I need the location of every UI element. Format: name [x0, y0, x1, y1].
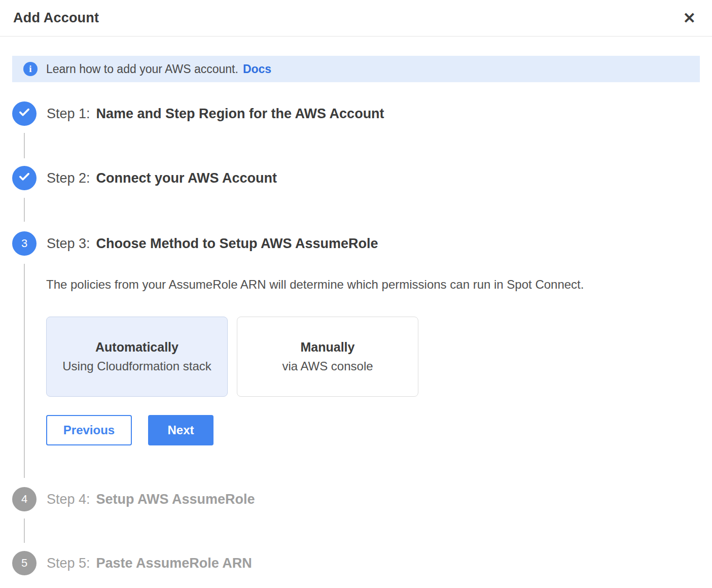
step-prefix: Step 1:	[47, 106, 90, 121]
step-5-circle: 5	[12, 551, 37, 575]
docs-link[interactable]: Docs	[243, 62, 271, 76]
step-number: 3	[21, 237, 27, 250]
step-2-circle	[12, 166, 37, 190]
step-prefix: Step 3:	[47, 236, 90, 251]
step-3-circle: 3	[12, 231, 37, 256]
modal-header: Add Account ✕	[0, 0, 712, 37]
step-prefix: Step 4:	[47, 492, 90, 507]
page-title: Add Account	[13, 10, 99, 26]
step-5-row[interactable]: 5 Step 5:Paste AssumeRole ARN	[12, 551, 700, 575]
step-number: 4	[21, 493, 27, 506]
step-title: Connect your AWS Account	[96, 170, 277, 186]
step-title: Name and Step Region for the AWS Account	[96, 106, 384, 121]
step-connector	[24, 518, 25, 543]
method-card-automatically[interactable]: Automatically Using Cloudformation stack	[46, 317, 228, 397]
step-3-description: The policies from your AssumeRole ARN wi…	[46, 276, 584, 293]
previous-button[interactable]: Previous	[46, 415, 132, 445]
check-icon	[18, 106, 31, 122]
step-3-row[interactable]: 3 Step 3:Choose Method to Setup AWS Assu…	[12, 231, 700, 256]
step-connector	[24, 133, 25, 158]
step-title: Paste AssumeRole ARN	[96, 556, 252, 571]
step-prefix: Step 2:	[47, 170, 90, 186]
banner-text: Learn how to add your AWS account.	[46, 62, 238, 76]
info-banner: i Learn how to add your AWS account. Doc…	[12, 56, 700, 82]
method-card-subtitle: via AWS console	[282, 359, 373, 373]
step-2-label: Step 2:Connect your AWS Account	[47, 170, 277, 186]
step-4-circle: 4	[12, 487, 37, 511]
wizard-steps: Step 1:Name and Step Region for the AWS …	[12, 101, 700, 575]
step-title: Setup AWS AssumeRole	[96, 492, 255, 507]
step-3-buttons: Previous Next	[46, 415, 584, 445]
method-card-title: Automatically	[95, 340, 179, 355]
next-button[interactable]: Next	[148, 415, 213, 445]
modal-body: i Learn how to add your AWS account. Doc…	[0, 56, 712, 575]
method-card-title: Manually	[301, 340, 355, 355]
step-4-label: Step 4:Setup AWS AssumeRole	[47, 492, 255, 507]
step-3-label: Step 3:Choose Method to Setup AWS Assume…	[47, 236, 378, 252]
step-rail	[12, 256, 37, 478]
method-options: Automatically Using Cloudformation stack…	[46, 317, 584, 397]
step-title: Choose Method to Setup AWS AssumeRole	[96, 236, 378, 251]
close-icon[interactable]: ✕	[682, 10, 697, 27]
step-5-label: Step 5:Paste AssumeRole ARN	[47, 556, 252, 571]
step-1-row[interactable]: Step 1:Name and Step Region for the AWS …	[12, 101, 700, 126]
step-1-circle	[12, 101, 37, 126]
method-card-manually[interactable]: Manually via AWS console	[237, 317, 418, 397]
step-2-row[interactable]: Step 2:Connect your AWS Account	[12, 166, 700, 190]
check-icon	[18, 170, 31, 186]
step-3-content: The policies from your AssumeRole ARN wi…	[46, 256, 584, 478]
step-connector	[24, 198, 25, 222]
step-number: 5	[21, 557, 27, 570]
step-connector	[24, 264, 25, 478]
step-4-row[interactable]: 4 Step 4:Setup AWS AssumeRole	[12, 487, 700, 511]
step-1-label: Step 1:Name and Step Region for the AWS …	[47, 106, 384, 122]
step-prefix: Step 5:	[47, 556, 90, 571]
step-3-body: The policies from your AssumeRole ARN wi…	[12, 256, 700, 478]
method-card-subtitle: Using Cloudformation stack	[62, 359, 211, 373]
info-icon: i	[23, 62, 38, 76]
